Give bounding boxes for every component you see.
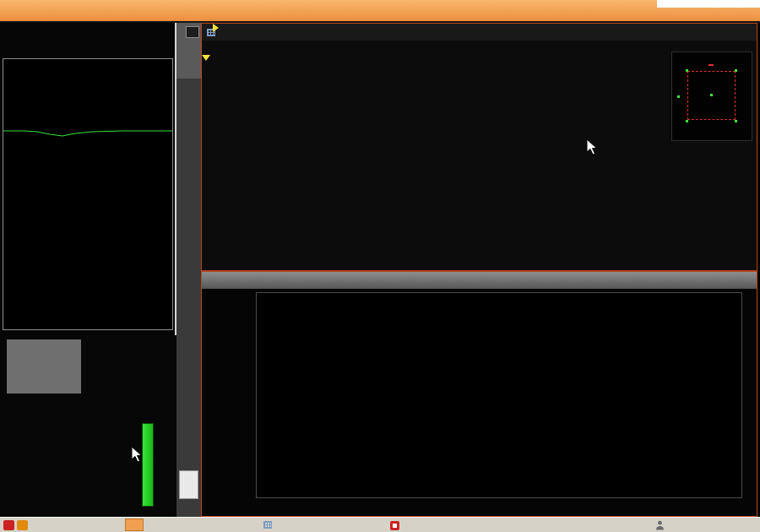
app-title-bar	[0, 0, 760, 23]
screen-edge-artifact	[657, 0, 760, 8]
minimap-point	[686, 69, 688, 72]
warning-badge[interactable]	[17, 520, 28, 530]
minimap-point	[710, 94, 713, 96]
background-window-strip	[176, 23, 201, 517]
minimap-point	[686, 120, 688, 122]
fuel-timing-table-window	[201, 23, 757, 271]
lambda-trace	[3, 59, 172, 329]
gauge-bar	[142, 423, 154, 507]
time-graph-plot[interactable]	[256, 292, 742, 498]
readout-thumbnail	[7, 339, 81, 394]
strip-panel	[179, 470, 198, 499]
package-state-indicator	[125, 518, 144, 531]
time-graph-y-axis	[202, 292, 252, 498]
table-window-header	[202, 24, 757, 41]
minimap-point	[735, 69, 737, 72]
cell-value-icon	[390, 521, 399, 530]
error-badge[interactable]	[3, 520, 14, 530]
left-graph-plot[interactable]	[3, 58, 173, 330]
crosshair-minimap[interactable]	[671, 52, 752, 141]
time-graph-title[interactable]	[202, 272, 757, 289]
table-grid-icon	[263, 521, 272, 529]
app-screen	[0, 0, 760, 532]
close-button[interactable]	[186, 26, 199, 38]
time-axis	[202, 500, 757, 515]
minimap-point	[677, 95, 680, 98]
time-graph-window	[201, 271, 757, 517]
minimap-point	[735, 120, 737, 122]
row-marker-icon	[213, 24, 219, 32]
status-bar	[0, 517, 760, 532]
user-icon	[655, 520, 665, 530]
minimap-cursor-mark	[708, 64, 714, 66]
left-graph-window	[0, 23, 176, 335]
column-marker-icon	[202, 55, 210, 61]
